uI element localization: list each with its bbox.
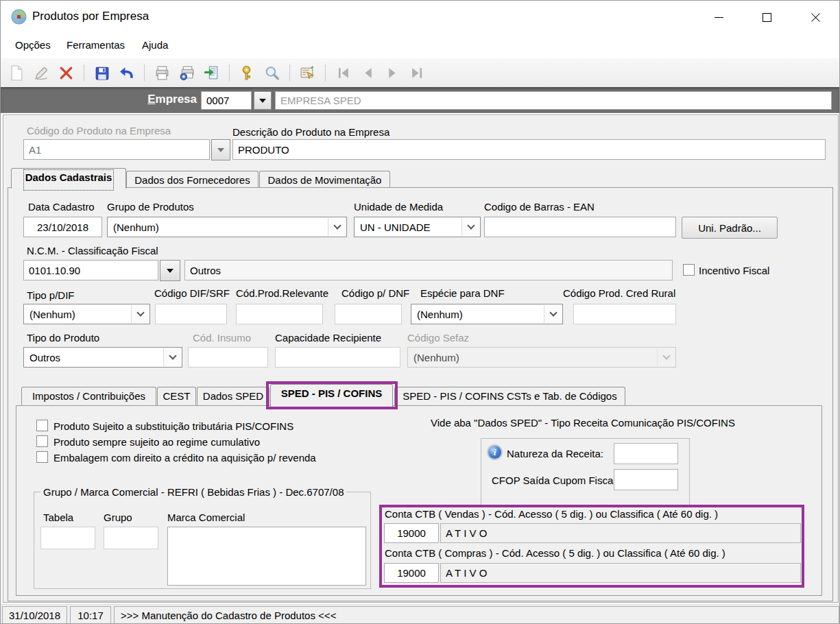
window-title: Produtos por Empresa <box>32 10 149 23</box>
incentivo-fiscal-checkbox[interactable] <box>683 264 695 276</box>
product-code-dropdown-button[interactable] <box>211 139 230 160</box>
incentivo-fiscal-label: Incentivo Fiscal <box>699 265 769 276</box>
tabela-label: Tabela <box>43 512 73 523</box>
subtab-dados-sped[interactable]: Dados SPED <box>197 387 269 405</box>
maximize-icon[interactable] <box>751 1 782 34</box>
toolbar-separator <box>229 64 230 81</box>
especie-dnf-combo[interactable]: (Nenhum) <box>411 304 563 324</box>
conta-ctb-compras-desc-field: A T I V O <box>440 563 801 583</box>
conta-ctb-vendas-desc-field: A T I V O <box>440 523 801 543</box>
app-icon <box>10 8 27 27</box>
chevron-down-icon <box>657 348 675 366</box>
cfop-saida-field[interactable] <box>614 469 678 490</box>
codigo-dnf-field[interactable] <box>335 304 402 324</box>
subst-tributaria-checkbox[interactable] <box>36 420 48 431</box>
regime-cumulativo-label: Produto sempre sujeito ao regime cumulat… <box>53 436 260 448</box>
status-time: 10:17 <box>70 606 111 624</box>
toolbar-separator <box>144 64 145 81</box>
print-icon[interactable] <box>153 64 171 82</box>
tabela-field[interactable] <box>40 527 95 549</box>
key-icon[interactable] <box>238 64 256 82</box>
export-report-icon[interactable] <box>202 64 221 82</box>
unidade-medida-combo[interactable]: UN - UNIDADE <box>354 217 481 237</box>
nav-previous-icon[interactable] <box>359 64 377 82</box>
chevron-down-icon <box>163 348 181 366</box>
print-setup-icon[interactable] <box>178 64 196 82</box>
empresa-label: Empresa <box>124 93 197 106</box>
chevron-down-icon <box>131 305 149 323</box>
product-desc-label: Descrição do Produto na Empresa <box>232 126 389 138</box>
codigo-sefaz-combo[interactable]: (Nenhum) <box>407 347 676 368</box>
natureza-receita-field[interactable] <box>614 443 678 464</box>
conta-ctb-vendas-code-field[interactable]: 19000 <box>384 523 439 543</box>
ean-field[interactable] <box>484 217 676 237</box>
toolbar <box>1 58 839 87</box>
nav-next-icon[interactable] <box>383 64 402 82</box>
title-bar: Produtos por Empresa <box>1 1 839 34</box>
nav-last-icon[interactable] <box>408 64 427 82</box>
tipo-dif-label: Tipo p/DIF <box>27 289 74 301</box>
embalagem-credito-checkbox[interactable] <box>36 451 48 463</box>
codigo-cred-rural-label: Código Prod. Cred Rural <box>563 287 675 299</box>
product-code-field[interactable]: A1 <box>23 139 210 160</box>
embalagem-credito-label: Embalagem com direito a crédito na aquis… <box>53 452 316 464</box>
close-icon[interactable] <box>800 1 831 34</box>
empresa-code-field[interactable]: 0007 <box>201 91 252 110</box>
new-icon[interactable] <box>8 64 26 82</box>
toolbar-separator <box>289 64 290 81</box>
tipo-produto-combo[interactable]: Outros <box>23 347 182 368</box>
ncm-dropdown-button[interactable] <box>160 260 180 281</box>
regime-cumulativo-checkbox[interactable] <box>36 435 48 447</box>
grupo-field[interactable] <box>104 527 158 549</box>
nav-first-icon[interactable] <box>334 64 352 82</box>
minimize-icon[interactable] <box>703 1 734 34</box>
grupo-produtos-combo[interactable]: (Nenhum) <box>107 217 347 237</box>
empresa-dropdown-button[interactable] <box>254 91 272 110</box>
data-cadastro-field[interactable]: 23/10/2018 <box>23 217 102 237</box>
tab-dados-fornecedores[interactable]: Dados dos Fornecedores <box>126 171 259 187</box>
subtab-impostos-contribuicoes[interactable]: Impostos / Contribuições <box>21 387 156 405</box>
menu-opcoes[interactable]: Opções <box>15 39 51 51</box>
grupo-marca-title: Grupo / Marca Comercial - REFRI ( Bebida… <box>40 486 346 498</box>
save-icon[interactable] <box>93 64 111 82</box>
chevron-down-icon <box>328 218 346 236</box>
cod-prod-relevante-field[interactable] <box>236 304 323 324</box>
marca-comercial-textarea[interactable] <box>167 527 366 586</box>
subtab-sped-pis-cofins-csts[interactable]: SPED - PIS / COFINS CSTs e Tab. de Códig… <box>394 387 625 405</box>
empresa-name-field[interactable]: EMPRESA SPED <box>275 91 832 110</box>
properties-icon[interactable] <box>298 64 317 82</box>
toolbar-separator <box>84 64 84 81</box>
cfop-saida-label: CFOP Saída Cupom Fiscal: <box>492 475 619 486</box>
product-code-label: Código do Produto na Empresa <box>27 125 171 136</box>
codigo-dif-srf-label: Código DIF/SRF <box>154 287 230 299</box>
status-date: 31/10/2018 <box>2 606 67 624</box>
product-desc-field[interactable]: PRODUTO <box>232 139 826 160</box>
subtab-cest[interactable]: CEST <box>157 387 196 405</box>
status-bar: 31/10/2018 10:17 >>> Manutenção do Cadas… <box>1 604 839 624</box>
ncm-code-field[interactable]: 0101.10.90 <box>23 260 158 280</box>
codigo-dnf-label: Código p/ DNF <box>341 287 409 299</box>
grupo-label: Grupo <box>104 512 132 523</box>
undo-icon[interactable] <box>117 64 136 82</box>
chevron-down-icon <box>461 218 479 236</box>
grupo-produtos-label: Grupo de Produtos <box>107 201 194 213</box>
uni-padrao-button[interactable]: Uni. Padrão... <box>682 217 778 239</box>
conta-ctb-compras-code-field[interactable]: 19000 <box>384 563 439 583</box>
tab-dados-cadastrais[interactable]: Dados Cadastrais <box>11 168 126 189</box>
subtab-sped-pis-cofins[interactable]: SPED - PIS / COFINS <box>270 384 393 407</box>
vide-aba-note: Vide aba "Dados SPED" - Tipo Receita Com… <box>431 417 735 429</box>
menu-ferramentas[interactable]: Ferramentas <box>67 39 125 51</box>
capacidade-recipiente-field[interactable] <box>275 347 400 368</box>
edit-icon[interactable] <box>32 64 51 82</box>
delete-icon[interactable] <box>57 64 75 82</box>
codigo-dif-srf-field[interactable] <box>155 304 227 324</box>
tab-dados-movimentacao[interactable]: Dados de Movimentação <box>259 171 390 187</box>
especie-dnf-label: Espécie para DNF <box>420 287 505 299</box>
codigo-cred-rural-field[interactable] <box>573 304 676 324</box>
menu-ajuda[interactable]: Ajuda <box>142 39 168 51</box>
toolbar-separator <box>325 64 326 81</box>
search-icon[interactable] <box>263 64 281 82</box>
unidade-medida-label: Unidade de Medida <box>354 201 443 213</box>
tipo-dif-combo[interactable]: (Nenhum) <box>23 304 150 324</box>
cod-insumo-field[interactable] <box>188 347 268 368</box>
